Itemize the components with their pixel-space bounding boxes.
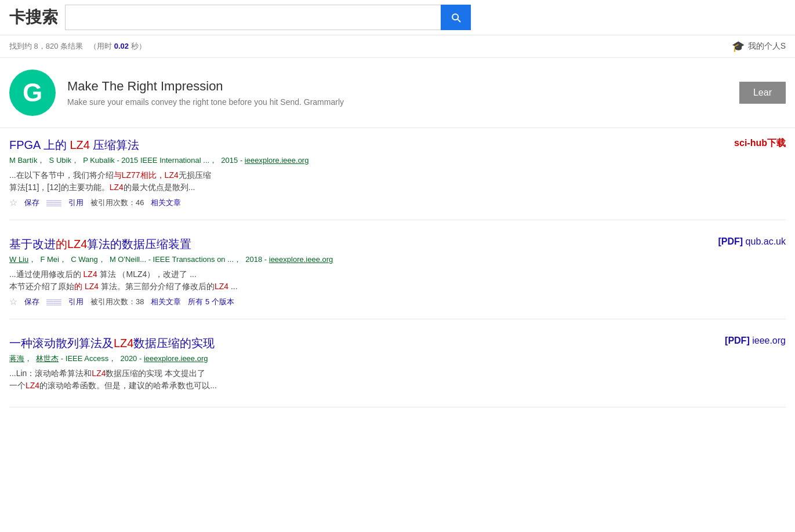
result-title[interactable]: 一种滚动散列算法及LZ4数据压缩的实现	[9, 336, 705, 351]
result-count: 找到约 8，820 条结果 （用时 0.02 秒）	[9, 41, 146, 52]
ad-title: Make The Right Impression	[67, 79, 728, 94]
result-meta: W Liu， F Mei， C Wang， M O'Neill... - IEE…	[9, 254, 705, 265]
cite-button[interactable]: 引用	[68, 297, 84, 307]
table-row: 基于改进的LZ4算法的数据压缩装置 W Liu， F Mei， C Wang， …	[9, 236, 786, 319]
star-icon[interactable]: ☆	[9, 296, 17, 307]
result-side: sci-hub下载	[716, 137, 786, 150]
cite-icon[interactable]: 𝄙𝄙	[46, 198, 61, 208]
save-button[interactable]: 保存	[24, 297, 39, 307]
meta-source-link[interactable]: ieeexplore.ieee.org	[269, 255, 333, 264]
result-side: [PDF] qub.ac.uk	[716, 236, 786, 247]
result-snippet: ...通过使用修改后的 LZ4 算法 （MLZ4），改进了 ... 本节还介绍了…	[9, 268, 705, 293]
result-title[interactable]: 基于改进的LZ4算法的数据压缩装置	[9, 236, 705, 252]
result-main: 基于改进的LZ4算法的数据压缩装置 W Liu， F Mei， C Wang， …	[9, 236, 705, 307]
cited-count: 被引用次数：46	[90, 198, 144, 208]
related-articles-link[interactable]: 相关文章	[151, 297, 181, 307]
ad-text: Make The Right Impression Make sure your…	[67, 79, 728, 107]
save-button[interactable]: 保存	[24, 198, 39, 208]
site-title: 卡搜索	[9, 6, 58, 28]
results-container: FPGA 上的 LZ4 压缩算法 M Bartík， S Ubik， P Kub…	[0, 128, 795, 407]
pdf-link[interactable]: [PDF] ieee.org	[725, 336, 786, 346]
result-meta: M Bartík， S Ubik， P Kubalik - 2015 IEEE …	[9, 155, 705, 166]
result-main: 一种滚动散列算法及LZ4数据压缩的实现 蒋海， 林世杰 - IEEE Acces…	[9, 336, 705, 395]
personal-link[interactable]: 🎓 我的个人S	[732, 40, 786, 53]
meta-source-link[interactable]: ieeexplore.ieee.org	[144, 354, 208, 363]
star-icon[interactable]: ☆	[9, 197, 17, 208]
table-row: 一种滚动散列算法及LZ4数据压缩的实现 蒋海， 林世杰 - IEEE Acces…	[9, 336, 786, 407]
ad-learn-button[interactable]: Lear	[739, 82, 786, 104]
author-link[interactable]: W Liu	[9, 255, 28, 264]
cite-icon[interactable]: 𝄙𝄙	[46, 297, 61, 307]
ad-banner: G Make The Right Impression Make sure yo…	[0, 58, 795, 128]
author-link[interactable]: 蒋海	[9, 354, 24, 363]
search-input[interactable]	[65, 5, 441, 30]
result-actions: ☆ 保存 𝄙𝄙 引用 被引用次数：46 相关文章	[9, 197, 705, 208]
result-actions: ☆ 保存 𝄙𝄙 引用 被引用次数：38 相关文章 所有 5 个版本	[9, 296, 705, 307]
table-row: FPGA 上的 LZ4 压缩算法 M Bartík， S Ubik， P Kub…	[9, 137, 786, 220]
scihub-link[interactable]: sci-hub下载	[734, 137, 786, 150]
search-bar	[65, 5, 471, 30]
graduation-icon: 🎓	[732, 40, 745, 53]
stats-bar: 找到约 8，820 条结果 （用时 0.02 秒） 🎓 我的个人S	[0, 35, 795, 58]
header: 卡搜索	[0, 0, 795, 35]
search-icon	[450, 12, 462, 23]
result-title[interactable]: FPGA 上的 LZ4 压缩算法	[9, 137, 705, 153]
result-meta: 蒋海， 林世杰 - IEEE Access， 2020 - ieeexplore…	[9, 354, 705, 364]
related-articles-link[interactable]: 相关文章	[151, 198, 181, 208]
search-button[interactable]	[441, 5, 471, 30]
ad-logo: G	[9, 70, 56, 116]
pdf-link[interactable]: [PDF] qub.ac.uk	[718, 236, 786, 247]
ad-subtitle: Make sure your emails convey the right t…	[67, 97, 728, 107]
result-snippet: ...在以下各节中，我们将介绍与LZ77相比，LZ4无损压缩算法[11]，[12…	[9, 169, 705, 194]
author-link-2[interactable]: 林世杰	[36, 354, 59, 363]
result-side: [PDF] ieee.org	[716, 336, 786, 346]
all-versions-link[interactable]: 所有 5 个版本	[188, 297, 234, 307]
cited-count: 被引用次数：38	[90, 297, 144, 307]
meta-source-link[interactable]: ieeexplore.ieee.org	[245, 156, 309, 165]
result-main: FPGA 上的 LZ4 压缩算法 M Bartík， S Ubik， P Kub…	[9, 137, 705, 208]
cite-button[interactable]: 引用	[68, 198, 84, 208]
result-snippet: ...Lin：滚动哈希算法和LZ4数据压缩的实现 本文提出了 一个LZ4的滚动哈…	[9, 367, 705, 392]
